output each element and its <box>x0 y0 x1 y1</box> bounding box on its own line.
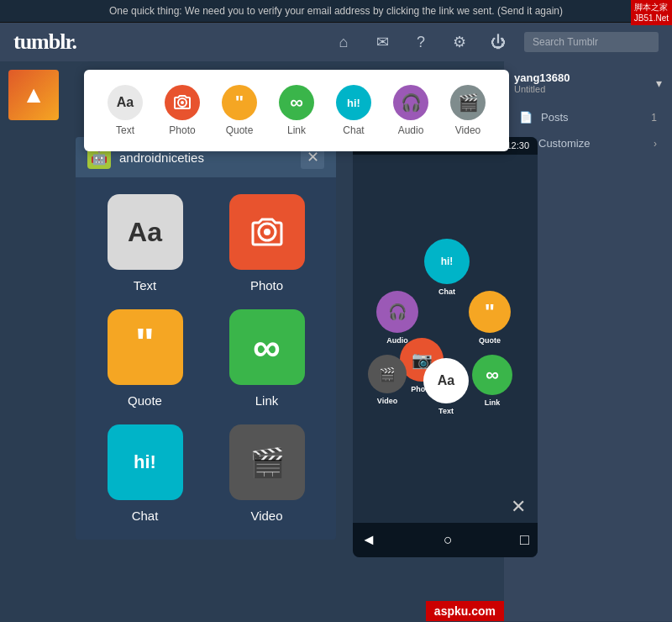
video-icon: 🎬 <box>450 85 486 120</box>
home-button[interactable]: ○ <box>444 531 453 549</box>
android-video-icon: 🎬 <box>229 424 305 500</box>
circle-quote-label: Quote <box>479 336 501 345</box>
android-chat-item[interactable]: hi! Chat <box>92 424 197 523</box>
sidebar-user: yang13680 Untitled ▾ <box>514 71 662 94</box>
search-input[interactable] <box>524 32 659 52</box>
toolbar-photo-label: Photo <box>169 124 195 136</box>
phone-panel: ▼ ▲ ▋ 🔋 12:30 hi! Chat 🎧 Audio <box>353 137 538 557</box>
android-text-label: Text <box>134 278 157 293</box>
toolbar-photo[interactable]: Photo <box>158 82 207 140</box>
android-grid: Aa Text Photo " Quote ∞ <box>76 177 336 540</box>
help-icon[interactable]: ? <box>408 29 433 55</box>
back-button[interactable]: ◄ <box>361 531 376 549</box>
quote-icon: " <box>222 85 257 120</box>
center-content: ▲ Aa Text Photo " Quote ∞ <box>0 61 504 621</box>
android-video-label: Video <box>250 509 282 523</box>
android-photo-label: Photo <box>250 278 283 293</box>
toolbar-video[interactable]: 🎬 Video <box>444 82 492 140</box>
toolbar-text-label: Text <box>116 124 134 136</box>
settings-icon[interactable]: ⚙ <box>447 29 472 55</box>
home-icon[interactable]: ⌂ <box>331 29 356 55</box>
audio-icon: 🎧 <box>393 85 428 120</box>
sidebar-posts-item[interactable]: 📄 Posts 1 <box>514 104 662 130</box>
android-photo-item[interactable]: Photo <box>214 194 319 293</box>
android-panel-title: androidniceties <box>119 150 292 165</box>
phone-content: hi! Chat 🎧 Audio " Quote 📷 <box>353 155 538 491</box>
android-link-label: Link <box>255 393 279 408</box>
recent-button[interactable]: □ <box>520 531 529 549</box>
circular-menu: hi! Chat 🎧 Audio " Quote 📷 <box>370 230 521 415</box>
sidebar-blog: Untitled <box>514 84 570 94</box>
blog-area: ▲ <box>8 70 59 120</box>
main-content: ▲ Aa Text Photo " Quote ∞ <box>0 61 672 621</box>
toolbar-quote[interactable]: " Quote <box>215 82 264 140</box>
circle-text[interactable]: Aa Text <box>423 358 469 403</box>
notification-bar: One quick thing: We need you to verify y… <box>0 0 672 23</box>
mail-icon[interactable]: ✉ <box>370 29 395 55</box>
sidebar-arrow-icon[interactable]: ▾ <box>656 76 662 90</box>
circle-link[interactable]: ∞ Link <box>472 355 512 395</box>
notification-text: One quick thing: We need you to verify y… <box>109 5 563 17</box>
blog-avatar[interactable]: ▲ <box>8 70 59 120</box>
circle-video[interactable]: 🎬 Video <box>368 355 407 393</box>
logo[interactable]: tumblr. <box>13 29 76 55</box>
toolbar-quote-label: Quote <box>226 124 254 136</box>
android-panel: 🤖 androidniceties ✕ Aa Text Photo <box>76 137 336 540</box>
circle-video-label: Video <box>377 397 397 405</box>
header: tumblr. ⌂ ✉ ? ⚙ ⏻ <box>0 23 672 61</box>
circle-audio[interactable]: 🎧 Audio <box>376 291 418 333</box>
watermark: 脚本之家 JB51.Net <box>631 0 672 25</box>
power-icon[interactable]: ⏻ <box>486 29 511 55</box>
android-chat-label: Chat <box>132 509 159 523</box>
sidebar-customize-label: Customize <box>538 137 590 150</box>
phone-bottom-bar: ◄ ○ □ <box>353 523 538 557</box>
circle-chat-label: Chat <box>438 287 455 296</box>
phone-close-button[interactable]: ✕ <box>511 496 526 518</box>
chat-icon: hi! <box>336 85 371 120</box>
circle-link-label: Link <box>485 398 501 407</box>
toolbar-chat[interactable]: hi! Chat <box>329 82 378 140</box>
android-photo-icon <box>229 194 305 270</box>
posts-count: 1 <box>651 112 657 124</box>
sidebar-posts-label: Posts <box>541 111 569 124</box>
android-text-icon: Aa <box>108 194 183 270</box>
toolbar-chat-label: Chat <box>343 124 364 136</box>
link-icon: ∞ <box>279 85 314 120</box>
android-quote-label: Quote <box>128 393 162 408</box>
circle-chat[interactable]: hi! Chat <box>424 239 470 284</box>
toolbar-link[interactable]: ∞ Link <box>272 82 321 140</box>
circle-audio-label: Audio <box>386 336 408 345</box>
android-text-item[interactable]: Aa Text <box>92 194 197 293</box>
sidebar-username: yang13680 <box>514 71 570 84</box>
android-link-item[interactable]: ∞ Link <box>214 309 319 408</box>
android-chat-icon: hi! <box>108 424 183 500</box>
android-quote-icon: " <box>108 309 183 385</box>
toolbar-text[interactable]: Aa Text <box>101 82 150 140</box>
android-quote-item[interactable]: " Quote <box>92 309 197 408</box>
text-icon: Aa <box>108 85 143 120</box>
circle-text-label: Text <box>438 407 454 415</box>
toolbar-link-label: Link <box>287 124 306 136</box>
svg-point-3 <box>264 229 270 235</box>
android-link-icon: ∞ <box>229 309 305 385</box>
post-toolbar: Aa Text Photo " Quote ∞ Link hi <box>84 70 509 151</box>
aspku-badge: aspku.com <box>426 601 504 621</box>
toolbar-video-label: Video <box>455 124 480 136</box>
toolbar-audio[interactable]: 🎧 Audio <box>386 82 435 140</box>
photo-icon <box>165 85 200 120</box>
posts-icon: 📄 <box>519 111 533 124</box>
chevron-right-icon: › <box>654 138 657 150</box>
toolbar-audio-label: Audio <box>398 124 424 136</box>
svg-point-1 <box>181 101 184 104</box>
android-video-item[interactable]: 🎬 Video <box>214 424 319 523</box>
circle-quote[interactable]: " Quote <box>469 291 511 333</box>
